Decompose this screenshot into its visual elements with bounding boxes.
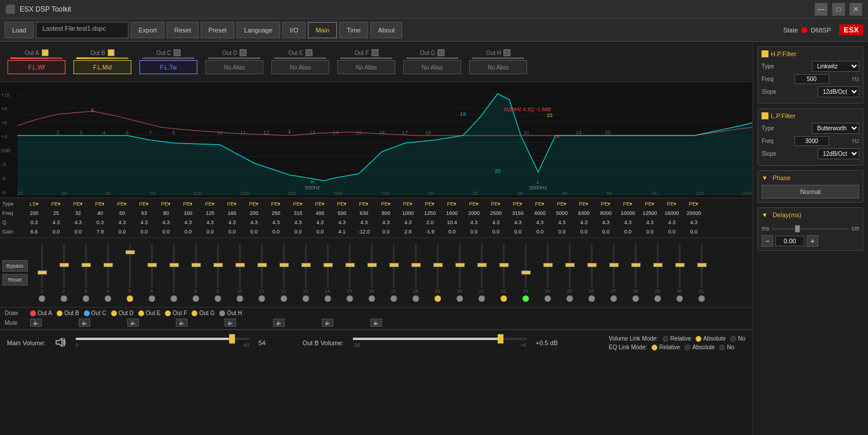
channel-b-btn[interactable]: F.L.Mid (73, 60, 131, 74)
fader-handle-22[interactable] (499, 263, 509, 267)
eq-type-30[interactable]: PE▾ (683, 201, 705, 207)
maximize-button[interactable]: □ (832, 3, 845, 16)
fader-handle-10[interactable] (236, 263, 245, 267)
mute-icon-d[interactable]: 🔈 (176, 319, 187, 327)
volume-link-absolute[interactable]: Absolute (696, 335, 726, 342)
fader-dot-14[interactable] (325, 295, 331, 302)
eq-type-27[interactable]: PE▾ (617, 201, 639, 207)
eq-absolute-radio[interactable] (685, 345, 690, 350)
fader-dot-24[interactable] (545, 295, 551, 302)
phase-button[interactable]: Normal (762, 185, 859, 199)
eq-type-8[interactable]: PE▾ (199, 201, 221, 207)
eq-type-22[interactable]: PE▾ (507, 201, 529, 207)
delay-plus-button[interactable]: + (807, 235, 818, 247)
channel-e-btn[interactable]: No Alias (271, 60, 329, 74)
mute-icon-e[interactable]: 🔈 (225, 319, 236, 327)
load-button[interactable]: Load (5, 22, 34, 38)
fader-dot-28[interactable] (632, 295, 639, 302)
fader-handle-13[interactable] (301, 263, 311, 267)
hp-type-select[interactable]: Linkwitz Butterworth Bessel (812, 61, 859, 72)
eq-type-24[interactable]: PE▾ (551, 201, 573, 207)
eq-type-16[interactable]: PE▾ (375, 201, 397, 207)
reset-button[interactable]: Reset (167, 22, 198, 38)
channel-a-checkbox[interactable] (42, 49, 49, 56)
channel-a-btn[interactable]: F.L.Wf (8, 60, 65, 74)
fader-track-18[interactable] (415, 244, 417, 287)
fader-track-12[interactable] (283, 244, 285, 287)
fader-handle-19[interactable] (433, 263, 443, 267)
draw-out-g[interactable]: Out G (192, 310, 215, 316)
mute-icon-g[interactable]: 🔈 (322, 319, 333, 327)
fader-handle-25[interactable] (565, 263, 575, 267)
delay-thumb[interactable] (795, 225, 800, 232)
fader-handle-28[interactable] (631, 263, 641, 267)
channel-h-btn[interactable]: No Alias (469, 60, 527, 74)
channel-h-checkbox[interactable] (503, 49, 510, 56)
fader-track-7[interactable] (173, 244, 175, 287)
fader-dot-23[interactable] (523, 295, 529, 302)
fader-track-22[interactable] (503, 244, 505, 287)
fader-handle-2[interactable] (60, 263, 69, 267)
eq-type-6[interactable]: PE▾ (155, 201, 177, 207)
channel-c-checkbox[interactable] (174, 49, 181, 56)
eq-type-2[interactable]: PE▾ (67, 201, 89, 207)
fader-handle-29[interactable] (653, 263, 663, 267)
volume-link-no[interactable]: No (730, 335, 745, 342)
fader-handle-5[interactable] (126, 250, 135, 254)
fader-dot-12[interactable] (281, 295, 287, 302)
fader-track-8[interactable] (195, 244, 197, 287)
fader-dot-10[interactable] (237, 295, 243, 302)
delay-minus-button[interactable]: − (762, 235, 773, 247)
fader-track-28[interactable] (635, 244, 637, 287)
fader-track-5[interactable] (129, 244, 131, 287)
eq-no-radio[interactable] (719, 345, 725, 350)
fader-handle-11[interactable] (258, 263, 267, 267)
fader-dot-19[interactable] (435, 295, 441, 302)
draw-out-f[interactable]: Out F (165, 310, 187, 316)
volume-link-relative[interactable]: Relative (663, 335, 691, 342)
fader-track-6[interactable] (151, 244, 153, 287)
channel-d-checkbox[interactable] (240, 49, 247, 56)
eq-type-19[interactable]: PE▾ (441, 201, 463, 207)
channel-b-checkbox[interactable] (108, 49, 115, 56)
close-button[interactable]: ✕ (849, 3, 862, 16)
eq-type-11[interactable]: PE▾ (265, 201, 287, 207)
fader-track-15[interactable] (349, 244, 351, 287)
fader-track-9[interactable] (217, 244, 219, 287)
channel-f-checkbox[interactable] (372, 49, 378, 56)
bypass-button[interactable]: Bypass (2, 260, 28, 272)
io-button[interactable]: I/O (282, 22, 306, 38)
fader-dot-18[interactable] (413, 295, 419, 302)
minimize-button[interactable]: — (815, 3, 827, 16)
main-volume-track[interactable] (76, 338, 249, 340)
fader-dot-13[interactable] (303, 295, 309, 302)
fader-handle-31[interactable] (697, 263, 707, 267)
eq-type-13[interactable]: PE▾ (309, 201, 331, 207)
out-volume-track[interactable] (353, 338, 527, 340)
fader-dot-17[interactable] (391, 295, 397, 302)
fader-track-24[interactable] (547, 244, 549, 287)
fader-dot-3[interactable] (83, 295, 89, 302)
time-button[interactable]: Time (339, 22, 368, 38)
fader-handle-18[interactable] (411, 263, 421, 267)
eq-link-no[interactable]: No (719, 344, 734, 350)
eq-type-0[interactable]: LS▾ (23, 201, 45, 207)
hp-freq-value[interactable]: 500 (795, 74, 829, 84)
fader-track-17[interactable] (393, 244, 395, 287)
eq-graph[interactable]: +15 +9 +6 +3 0dB -3 -6 -9 -15 (0, 82, 752, 198)
hp-filter-checkbox[interactable] (762, 50, 768, 57)
fader-handle-1[interactable] (38, 270, 47, 275)
delay-track[interactable] (771, 228, 849, 230)
fader-dot-27[interactable] (610, 295, 617, 302)
channel-d-btn[interactable]: No Alias (205, 60, 263, 74)
eq-type-23[interactable]: PE▾ (529, 201, 551, 207)
fader-track-4[interactable] (107, 244, 109, 287)
eq-type-20[interactable]: PE▾ (463, 201, 485, 207)
fader-handle-16[interactable] (367, 263, 377, 267)
reset-band-button[interactable]: Reset (2, 274, 28, 286)
draw-out-d[interactable]: Out D (111, 310, 134, 316)
fader-handle-9[interactable] (214, 263, 223, 267)
fader-dot-20[interactable] (457, 295, 463, 302)
eq-type-9[interactable]: PE▾ (221, 201, 243, 207)
channel-g-btn[interactable]: No Alias (403, 60, 461, 74)
